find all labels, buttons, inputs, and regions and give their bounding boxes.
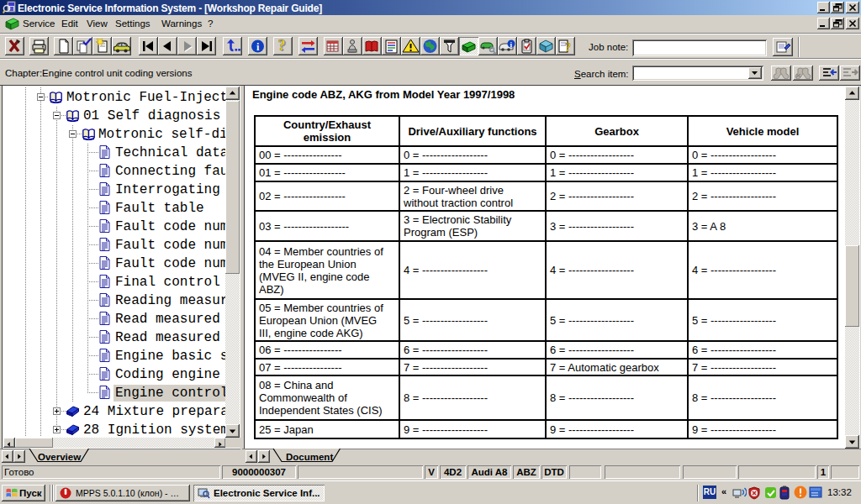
svg-text:?: ? bbox=[278, 37, 286, 54]
svg-text:?: ? bbox=[565, 41, 571, 54]
